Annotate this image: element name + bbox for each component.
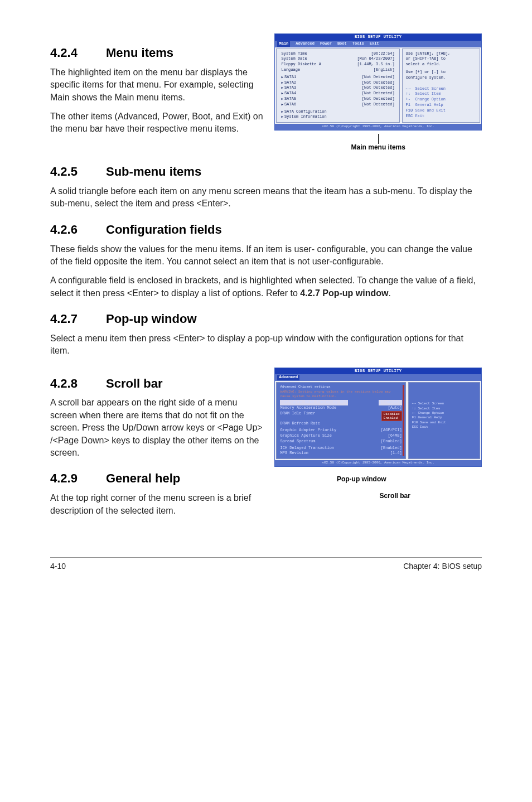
page-footer: 4-10 Chapter 4: BIOS setup (50, 557, 482, 572)
para-427-1: Select a menu item then press <Enter> to… (50, 332, 482, 357)
para-424-1: The highlighted item on the menu bar dis… (50, 66, 264, 104)
heading-429: 4.2.9General help (50, 470, 264, 487)
caption-main-menu: Main menu items (274, 134, 482, 153)
chapter-label: Chapter 4: BIOS setup (403, 561, 482, 572)
heading-426: 4.2.6Configuration fields (50, 221, 482, 239)
para-428-1: A scroll bar appears on the right side o… (50, 397, 264, 459)
heading-425: 4.2.5Sub-menu items (50, 163, 482, 181)
bios-main-screenshot: BIOS SETUP UTILITY Main Advanced Power B… (274, 33, 482, 131)
scrollbar-icon (403, 385, 404, 456)
page-number: 4-10 (50, 561, 66, 572)
para-429-1: At the top right corner of the menu scre… (50, 492, 264, 517)
para-425-1: A solid triangle before each item on any… (50, 185, 482, 210)
heading-428: 4.2.8Scroll bar (50, 375, 264, 393)
para-426-1: These fields show the values for the men… (50, 243, 482, 268)
heading-424: 4.2.4Menu items (50, 45, 264, 62)
caption-popup-scroll: Pop-up window Scroll bar (274, 475, 482, 501)
para-426-2: A configurable field is enclosed in brac… (50, 274, 482, 299)
popup-window: DisabledEnabled (381, 411, 402, 421)
bios-popup-screenshot: BIOS SETUP UTILITY Advanced Advanced Chi… (274, 368, 482, 467)
para-424-2: The other items (Advanced, Power, Boot, … (50, 110, 264, 136)
heading-427: 4.2.7Pop-up window (50, 311, 482, 328)
